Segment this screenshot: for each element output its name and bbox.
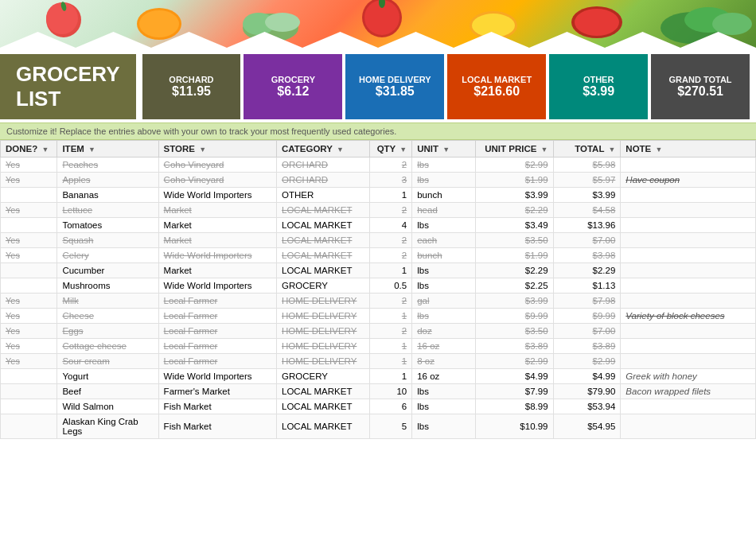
cell-unit: lbs	[412, 399, 476, 414]
cell-item: Squash	[57, 233, 158, 248]
total-value: $5.98	[593, 160, 616, 169]
cell-done: Yes	[1, 354, 57, 369]
done-value: Yes	[6, 175, 20, 185]
cell-item: Mushrooms	[57, 278, 158, 294]
col-header-qty[interactable]: QTY ▼	[369, 141, 412, 157]
table-row: Bananas Wide World Importers OTHER 1 bun…	[1, 188, 756, 203]
cell-item: Apples	[57, 173, 158, 188]
cell-category: HOME DELIVERY	[277, 294, 370, 309]
category-name: ORCHARD	[282, 160, 328, 169]
cell-note	[621, 188, 756, 203]
done-value: Yes	[6, 251, 20, 260]
cell-done	[1, 399, 57, 414]
category-name: GROCERY	[282, 281, 328, 290]
total-value: $2.99	[593, 356, 616, 366]
cell-done	[1, 188, 57, 203]
note-value: Have coupon	[625, 175, 680, 185]
cell-unit: lbs	[412, 173, 476, 188]
qty-value: 1	[402, 266, 407, 275]
unit-value: lbs	[417, 281, 429, 290]
table-row: Yes Peaches Coho Vineyard ORCHARD 2 lbs …	[1, 157, 756, 173]
cell-unit-price: $3.99	[475, 188, 553, 203]
grocery-table: DONE? ▼ ITEM ▼ STORE ▼ CATEGORY ▼ QTY ▼ …	[0, 140, 756, 439]
cell-item: Wild Salmon	[57, 399, 158, 414]
summary-boxes: ORCHARD $11.95 GROCERY $6.12 HOME DELIVE…	[136, 54, 757, 119]
note-filter-icon[interactable]: ▼	[655, 146, 662, 154]
cell-unit: lbs	[412, 414, 476, 439]
cell-unit-price: $2.25	[475, 278, 553, 294]
category-name: HOME DELIVERY	[282, 341, 357, 351]
col-header-done[interactable]: DONE? ▼	[1, 141, 57, 157]
col-header-store[interactable]: STORE ▼	[158, 141, 276, 157]
cell-note	[621, 339, 756, 354]
cell-category: LOCAL MARKET	[277, 248, 370, 263]
item-filter-icon[interactable]: ▼	[88, 146, 95, 154]
col-header-unit[interactable]: UNIT ▼	[412, 141, 476, 157]
item-name: Tomatoes	[62, 220, 102, 230]
cell-store: Coho Vineyard	[158, 157, 276, 173]
cell-store: Market	[158, 263, 276, 278]
cell-item: Peaches	[57, 157, 158, 173]
cell-unit-price: $10.99	[475, 414, 553, 439]
cell-store: Wide World Importers	[158, 369, 276, 384]
unit-price-value: $2.99	[525, 160, 548, 169]
unit-value: gal	[417, 296, 429, 305]
done-filter-icon[interactable]: ▼	[41, 146, 49, 154]
store-filter-icon[interactable]: ▼	[199, 146, 206, 154]
table-row: Yes Lettuce Market LOCAL MARKET 2 head $…	[1, 203, 756, 218]
home-delivery-value: $31.85	[376, 84, 415, 99]
cell-item: Cheese	[57, 309, 158, 324]
col-header-note[interactable]: NOTE ▼	[621, 141, 756, 157]
total-filter-icon[interactable]: ▼	[608, 146, 615, 154]
cell-store: Local Farmer	[158, 294, 276, 309]
cell-done	[1, 263, 57, 278]
summary-local-market: LOCAL MARKET $216.60	[447, 54, 546, 119]
cell-qty: 2	[369, 324, 412, 339]
qty-value: 6	[402, 402, 407, 411]
category-filter-icon[interactable]: ▼	[337, 146, 344, 154]
cell-category: LOCAL MARKET	[277, 203, 370, 218]
total-value: $1.13	[593, 281, 616, 290]
cell-store: Fish Market	[158, 399, 276, 414]
cell-qty: 2	[369, 203, 412, 218]
store-name: Fish Market	[164, 402, 212, 411]
price-filter-icon[interactable]: ▼	[541, 146, 548, 154]
category-name: LOCAL MARKET	[282, 220, 352, 230]
table-row: Yes Celery Wide World Importers LOCAL MA…	[1, 248, 756, 263]
cell-store: Wide World Importers	[158, 248, 276, 263]
cell-total: $53.94	[553, 399, 621, 414]
category-name: HOME DELIVERY	[282, 311, 357, 321]
col-header-category[interactable]: CATEGORY ▼	[277, 141, 370, 157]
cell-total: $3.89	[553, 339, 621, 354]
cell-item: Sour cream	[57, 354, 158, 369]
unit-value: bunch	[417, 251, 442, 260]
title-summary-bar: GROCERYLIST ORCHARD $11.95 GROCERY $6.12…	[0, 48, 756, 122]
cell-unit: each	[412, 233, 476, 248]
unit-value: head	[417, 205, 438, 215]
cell-note	[621, 248, 756, 263]
done-value: Yes	[6, 296, 20, 305]
col-header-unit-price[interactable]: UNIT PRICE ▼	[475, 141, 553, 157]
unit-filter-icon[interactable]: ▼	[442, 146, 450, 154]
cell-note	[621, 354, 756, 369]
cell-category: GROCERY	[277, 278, 370, 294]
cell-item: Alaskan King Crab Legs	[57, 414, 158, 439]
qty-value: 1	[402, 311, 407, 321]
cell-qty: 1	[369, 339, 412, 354]
qty-value: 2	[402, 326, 407, 336]
store-name: Farmer's Market	[164, 387, 230, 396]
store-name: Local Farmer	[164, 341, 218, 351]
cell-total: $3.98	[553, 248, 621, 263]
col-header-total[interactable]: TOTAL ▼	[553, 141, 621, 157]
qty-filter-icon[interactable]: ▼	[399, 146, 407, 154]
item-name: Celery	[62, 251, 88, 260]
cell-note	[621, 414, 756, 439]
qty-value: 5	[402, 422, 407, 431]
cell-done: Yes	[1, 157, 57, 173]
cell-done: Yes	[1, 248, 57, 263]
unit-price-value: $3.89	[525, 341, 548, 351]
col-header-item[interactable]: ITEM ▼	[57, 141, 158, 157]
item-name: Peaches	[62, 160, 98, 169]
unit-value: lbs	[417, 387, 429, 396]
store-name: Local Farmer	[164, 296, 218, 305]
